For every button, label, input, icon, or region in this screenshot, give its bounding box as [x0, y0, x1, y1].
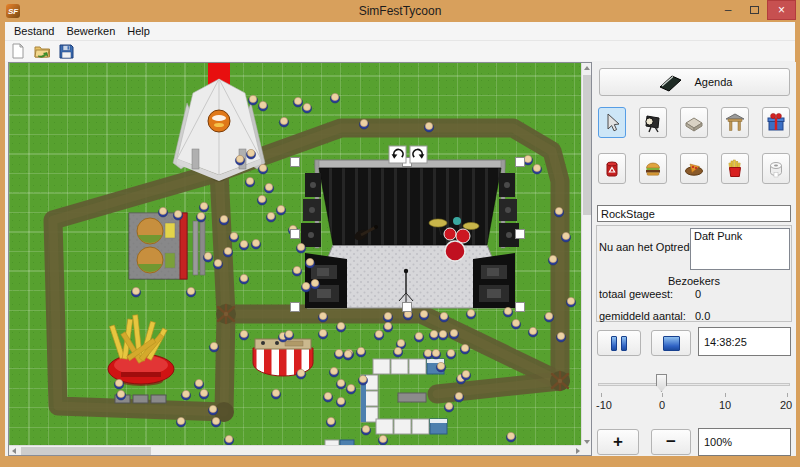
visitor	[224, 435, 233, 445]
now-performing-label: Nu aan het Optreden:	[599, 241, 705, 253]
fries-tool-button[interactable]	[721, 153, 749, 184]
visitor	[444, 402, 453, 412]
minimize-button[interactable]: –	[715, 0, 741, 20]
scroll-down-icon[interactable]	[584, 440, 590, 444]
selection-handle[interactable]	[403, 303, 412, 312]
visitor	[229, 232, 238, 242]
menu-help[interactable]: Help	[121, 23, 156, 39]
open-file-button[interactable]	[32, 41, 52, 60]
menu-bewerken[interactable]: Bewerken	[60, 23, 121, 39]
visitor	[329, 367, 338, 377]
scroll-left-icon[interactable]	[12, 448, 16, 454]
vertical-scroll-thumb[interactable]	[583, 75, 591, 215]
burger-tool-button[interactable]	[639, 153, 667, 184]
trash-tool-button[interactable]	[598, 153, 626, 184]
trashcan-icon	[600, 157, 624, 181]
scroll-up-icon[interactable]	[584, 66, 590, 70]
visitor	[296, 243, 305, 253]
rotate-cw-button[interactable]	[410, 146, 427, 163]
visitor	[209, 342, 218, 352]
horizontal-scroll-thumb[interactable]	[21, 447, 151, 455]
selection-handle[interactable]	[516, 158, 525, 167]
visitor	[414, 332, 423, 342]
new-file-button[interactable]	[8, 41, 28, 60]
visitor	[446, 349, 455, 359]
visitor	[383, 312, 392, 322]
visitor	[114, 379, 123, 389]
new-file-icon	[10, 43, 26, 59]
performer-item[interactable]: Daft Punk	[694, 230, 786, 242]
visitor	[454, 392, 463, 402]
maximize-button[interactable]	[741, 0, 767, 20]
visitor	[251, 239, 260, 249]
menu-bestand[interactable]: Bestand	[8, 23, 60, 39]
pizza-tool-button[interactable]	[680, 153, 708, 184]
speed-slider-track[interactable]	[598, 383, 790, 386]
visitor	[343, 350, 352, 360]
visitor	[374, 330, 383, 340]
visitor	[318, 312, 327, 322]
visitor	[310, 279, 319, 289]
map-horizontal-scrollbar[interactable]	[9, 445, 583, 455]
gift-tool-button[interactable]	[762, 107, 790, 138]
entrance-tent[interactable]	[173, 79, 265, 181]
titlebar[interactable]: SF SimFestTycoon – ×	[0, 0, 800, 22]
close-button[interactable]: ×	[767, 0, 796, 20]
now-performing-list[interactable]: Daft Punk	[690, 228, 790, 270]
agenda-button[interactable]: Agenda	[599, 68, 790, 96]
toilet-tool-button[interactable]	[762, 153, 790, 184]
scroll-right-icon[interactable]	[576, 448, 580, 454]
visitor	[554, 207, 563, 217]
spotlight-tool-button[interactable]	[639, 107, 667, 138]
save-file-button[interactable]	[56, 41, 76, 60]
visitor	[361, 425, 370, 435]
visitor	[439, 312, 448, 322]
visitor	[296, 369, 305, 379]
rotate-ccw-button[interactable]	[389, 146, 406, 163]
stage-name-input[interactable]	[597, 205, 791, 222]
time-value: 14:38:25	[704, 336, 747, 348]
stop-button[interactable]	[651, 330, 691, 356]
selection-handle[interactable]	[291, 303, 300, 312]
visitor	[199, 389, 208, 399]
visitor	[383, 322, 392, 332]
selection-handle[interactable]	[516, 303, 525, 312]
lighting-tower-left	[301, 173, 321, 247]
control-panel: Agenda	[596, 62, 796, 456]
visitor	[264, 183, 273, 193]
pause-button[interactable]	[597, 330, 641, 356]
burger-stand[interactable]	[129, 213, 205, 279]
visitor	[556, 332, 565, 342]
map-vertical-scrollbar[interactable]	[581, 63, 591, 447]
visitor	[196, 212, 205, 222]
main-stage[interactable]	[301, 160, 519, 308]
zoom-out-button[interactable]: −	[651, 429, 691, 455]
visitor	[336, 322, 345, 332]
slider-tick--10: -10	[596, 399, 612, 411]
speed-slider-thumb[interactable]	[656, 374, 667, 392]
selection-handle[interactable]	[516, 230, 525, 239]
visitor	[257, 195, 266, 205]
stage-tool-button[interactable]	[680, 107, 708, 138]
visitor	[173, 210, 182, 220]
selection-handle[interactable]	[291, 230, 300, 239]
select-tool-button[interactable]	[598, 107, 626, 138]
open-folder-icon	[34, 43, 51, 59]
festival-map-canvas[interactable]	[9, 63, 583, 447]
visitor	[561, 232, 570, 242]
toilet-roll-icon	[764, 157, 788, 181]
striped-stand[interactable]	[253, 339, 313, 376]
visitor	[548, 255, 557, 265]
visitor	[239, 240, 248, 250]
visitor	[211, 417, 220, 427]
visitor	[246, 149, 255, 159]
total-visitors-value: 0	[695, 288, 701, 300]
selection-handle[interactable]	[291, 158, 300, 167]
visitor	[356, 347, 365, 357]
gate-tool-button[interactable]	[721, 107, 749, 138]
pizza-icon	[682, 157, 706, 181]
zoom-in-button[interactable]: +	[597, 429, 639, 455]
gift-icon	[764, 111, 788, 135]
visitor	[186, 287, 195, 297]
fries-stand[interactable]	[108, 315, 174, 403]
